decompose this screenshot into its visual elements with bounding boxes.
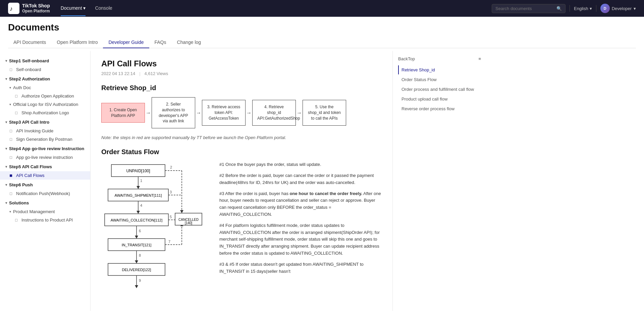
nav-document[interactable]: Document ▾ — [61, 1, 86, 16]
page-title: Documents — [8, 22, 636, 33]
sidebar-group-step1[interactable]: ▾ Step1 Self-onboard — [0, 56, 90, 65]
sidebar-item-authorize-open-app[interactable]: ◻ Authorize Open Application — [0, 92, 90, 100]
desc-1: #1 Once the buyer pays the order, status… — [219, 161, 382, 168]
article-title: API Call Flows — [101, 59, 382, 68]
sidebar-item-sign-generation[interactable]: ◻ Sign Generation By Postman — [0, 135, 90, 143]
tab-change-log[interactable]: Change log — [172, 37, 207, 48]
sidebar-item-golive-review[interactable]: ◻ App go-live review instruction — [0, 153, 90, 162]
sidebar-item-self-onboard[interactable]: ◻ Self-onboard — [0, 65, 90, 74]
svg-text:UNPAID[100]: UNPAID[100] — [126, 169, 150, 173]
sidebar-section-step6: ▾ Step6 Push ◻ Notification Push(Webhook… — [0, 180, 90, 198]
main-header: ♪ TikTok Shop Open Platform Document ▾ C… — [0, 0, 644, 17]
sidebar-item-api-call-flows[interactable]: ◼ API Call Flows — [0, 171, 90, 180]
sidebar-group-solutions[interactable]: ▾ Solutions — [0, 198, 90, 207]
logo-platform: Open Platform — [22, 9, 50, 13]
tab-open-platform-intro[interactable]: Open Platform Intro — [51, 37, 103, 48]
tabs: API Documents Open Platform Intro Develo… — [8, 37, 636, 48]
list-icon: ≡ — [478, 56, 481, 61]
tab-developer-guide[interactable]: Developer Guide — [103, 37, 149, 48]
logo-text: TikTok Shop Open Platform — [22, 3, 50, 13]
sidebar-group-step6[interactable]: ▾ Step6 Push — [0, 180, 90, 189]
toc-item-order-status-flow[interactable]: Order Status Flow — [398, 75, 481, 84]
collapse-icon-7: ▾ — [5, 201, 7, 205]
logo[interactable]: ♪ TikTok Shop Open Platform — [8, 3, 50, 14]
order-status-svg: UNPAID[100] 1 2 AWAITING_SHIPMENT[111] — [101, 161, 205, 302]
sidebar-group-step3[interactable]: ▾ Step3 API Call Intro — [0, 118, 90, 127]
desc-4: #4 For platform logistics fulfillment mo… — [219, 222, 382, 257]
search-icon: 🔍 — [556, 6, 562, 11]
sidebar-section-step5: ▾ Step5 API Call Flows ◼ API Call Flows — [0, 162, 90, 180]
arrow-4: → — [296, 110, 303, 116]
svg-text:AWAITING_SHIPMENT[111]: AWAITING_SHIPMENT[111] — [115, 193, 162, 197]
doc-icon: ◻ — [9, 67, 14, 72]
arrow-2: → — [195, 110, 202, 116]
chevron-down-icon-2: ▾ — [634, 6, 636, 11]
svg-marker-5 — [137, 186, 140, 189]
svg-text:8: 8 — [139, 253, 141, 257]
toc-item-retrieve-shop-id[interactable]: Retrieve Shop_id — [398, 65, 481, 74]
sidebar-group-step5[interactable]: ▾ Step5 API Call Flows — [0, 162, 90, 171]
sidebar-item-auth-doc[interactable]: ▾ Auth Doc — [0, 83, 90, 92]
order-descriptions: #1 Once the buyer pays the order, status… — [219, 161, 382, 303]
svg-text:IN_TRANSIT[121]: IN_TRANSIT[121] — [122, 243, 152, 247]
sidebar-item-official-logo[interactable]: ▾ Official Logo for ISV Authorization — [0, 100, 90, 109]
sidebar-item-shop-auth-logo[interactable]: ◻ Shop Authorization Logo — [0, 109, 90, 117]
svg-text:1: 1 — [140, 179, 142, 183]
flow-step-3: 3. Retrieve access token API: GetAccessT… — [202, 100, 246, 125]
toc-item-order-process-fulfillment[interactable]: Order process and fulfillment call flow — [398, 85, 481, 94]
header-right: 🔍 English ▾ D Developer ▾ — [492, 4, 636, 13]
svg-marker-9 — [180, 210, 183, 213]
sidebar-group-step2[interactable]: ▾ Step2 Authorization — [0, 74, 90, 83]
bold-text: one hour to cancel the order freely. — [290, 191, 362, 196]
sidebar-item-api-invoking-guide[interactable]: ◻ API Invoking Guide — [0, 127, 90, 135]
article-date: 2022 04 13 22:14 — [101, 71, 135, 76]
desc-5: #3 & #5 If order status doesn't get upda… — [219, 261, 382, 275]
developer-menu[interactable]: D Developer ▾ — [600, 4, 636, 13]
chevron-down-icon: ▾ — [590, 6, 592, 11]
svg-marker-40 — [135, 285, 138, 288]
collapse-icon-5: ▾ — [5, 165, 7, 169]
toc-back-top[interactable]: BackTop ≡ — [398, 56, 481, 61]
doc-icon-2: ◻ — [15, 94, 19, 98]
svg-text:AWAITING_COLLECTION[112]: AWAITING_COLLECTION[112] — [111, 218, 162, 222]
arrow-1: → — [145, 110, 152, 116]
doc-icon-9: ◻ — [15, 218, 19, 222]
sidebar-item-product-management[interactable]: ▾ Product Management — [0, 207, 90, 216]
flow-diagram-shop-id: 1. Create Open Platform APP → 2. Seller … — [101, 97, 382, 130]
search-input[interactable] — [495, 6, 554, 11]
toc-item-reverse-order[interactable]: Reverse order process flow — [398, 104, 481, 113]
doc-icon-5: ◻ — [9, 137, 14, 141]
header-nav: Document ▾ Console — [61, 1, 112, 16]
desc-2: #2 Before the order is paid, buyer can c… — [219, 172, 382, 186]
svg-text:6: 6 — [139, 229, 141, 233]
sidebar-section-step3: ▾ Step3 API Call Intro ◻ API Invoking Gu… — [0, 118, 90, 143]
doc-icon-8: ◻ — [9, 191, 14, 196]
collapse-icon: ▾ — [5, 59, 7, 63]
collapse-icon-2: ▾ — [5, 77, 7, 81]
sidebar-group-step4[interactable]: ▾ Step4 App go-live review Instruction — [0, 144, 90, 153]
order-status-section: UNPAID[100] 1 2 AWAITING_SHIPMENT[111] — [101, 161, 382, 303]
page-header-area: Documents API Documents Open Platform In… — [0, 17, 644, 51]
avatar: D — [600, 4, 610, 13]
svg-marker-35 — [135, 260, 138, 263]
toc-item-product-upload[interactable]: Product upload call flow — [398, 95, 481, 104]
meta-separator: | — [139, 71, 140, 76]
section-retrieve-shop-id: Retrieve Shop_id — [101, 84, 382, 92]
nav-console[interactable]: Console — [95, 1, 112, 16]
sidebar-item-instructions-product-api[interactable]: ◻ Instructions to Product API — [0, 216, 90, 224]
sidebar-section-step1: ▾ Step1 Self-onboard ◻ Self-onboard — [0, 56, 90, 74]
svg-text:3: 3 — [170, 190, 172, 194]
search-box[interactable]: 🔍 — [492, 4, 566, 13]
order-flow-diagram: UNPAID[100] 1 2 AWAITING_SHIPMENT[111] — [101, 161, 209, 303]
flow-step-4: 4. Retrieve shop_id API:GetAuthorizedSho… — [252, 100, 296, 125]
language-selector[interactable]: English ▾ — [574, 6, 592, 11]
flow-step-1: 1. Create Open Platform APP — [101, 103, 145, 123]
tab-api-documents[interactable]: API Documents — [8, 37, 51, 48]
collapse-icon-3: ▾ — [5, 120, 7, 124]
sidebar-item-notification-push[interactable]: ◻ Notification Push(Webhook) — [0, 189, 90, 198]
right-toc: BackTop ≡ Retrieve Shop_id Order Status … — [392, 51, 486, 311]
collapse-icon-6: ▾ — [5, 183, 7, 187]
doc-icon-4: ◻ — [9, 129, 14, 133]
sub-collapse-icon-2: ▾ — [9, 103, 11, 106]
tab-faqs[interactable]: FAQs — [149, 37, 172, 48]
